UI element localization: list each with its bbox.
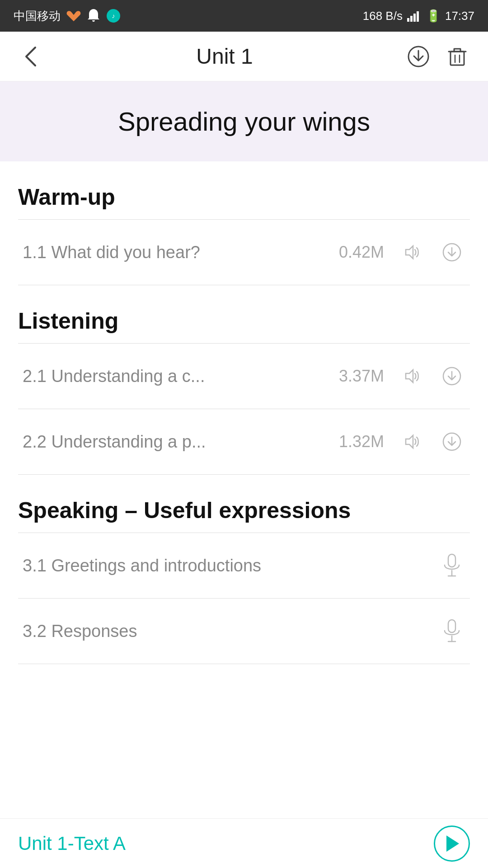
status-bar: 中国移动 ♪ 168 B/s 🔋 17:37 bbox=[0, 0, 488, 32]
status-right: 168 B/s 🔋 17:37 bbox=[363, 9, 474, 23]
svg-rect-5 bbox=[417, 11, 419, 22]
item-3-1-title: 3.1 Greetings and introductions bbox=[23, 556, 261, 576]
audio-icon[interactable] bbox=[398, 363, 425, 390]
item-1-1-title: 1.1 What did you hear? bbox=[23, 243, 200, 262]
page-title: Unit 1 bbox=[196, 44, 253, 69]
section-speaking-header: Speaking – Useful expressions bbox=[18, 475, 470, 533]
header: Unit 1 bbox=[0, 32, 488, 81]
health-icon bbox=[66, 9, 81, 22]
unit-banner-title: Spreading your wings bbox=[118, 107, 370, 136]
carrier-text: 中国移动 bbox=[14, 8, 61, 24]
list-item[interactable]: 3.1 Greetings and introductions bbox=[18, 533, 470, 599]
list-item[interactable]: 3.2 Responses bbox=[18, 599, 470, 664]
download-icon[interactable] bbox=[438, 363, 465, 390]
time-display: 17:37 bbox=[445, 9, 474, 23]
list-item[interactable]: 2.2 Understanding a p... 1.32M bbox=[18, 409, 470, 475]
bell-icon bbox=[87, 8, 100, 24]
list-item[interactable]: 1.1 What did you hear? 0.42M bbox=[18, 220, 470, 285]
player-title[interactable]: Unit 1-Text A bbox=[18, 833, 126, 854]
svg-rect-2 bbox=[407, 18, 409, 22]
item-2-1-right: 3.37M bbox=[339, 363, 465, 390]
status-left: 中国移动 ♪ bbox=[14, 8, 121, 24]
back-button[interactable] bbox=[18, 44, 43, 69]
svg-rect-7 bbox=[450, 52, 464, 65]
item-2-2-left: 2.2 Understanding a p... bbox=[23, 432, 206, 452]
item-2-1-left: 2.1 Understanding a c... bbox=[23, 367, 205, 386]
svg-text:♪: ♪ bbox=[112, 12, 115, 19]
item-3-2-title: 3.2 Responses bbox=[23, 622, 137, 641]
svg-rect-4 bbox=[413, 14, 416, 22]
content-area: Warm-up 1.1 What did you hear? 0.42M bbox=[0, 161, 488, 664]
item-2-2-right: 1.32M bbox=[339, 428, 465, 455]
signal-icon bbox=[407, 10, 422, 22]
network-speed: 168 B/s bbox=[363, 9, 403, 23]
battery-icon: 🔋 bbox=[426, 9, 441, 23]
section-listening-header: Listening bbox=[18, 285, 470, 343]
item-2-1-size: 3.37M bbox=[339, 367, 384, 386]
item-3-1-left: 3.1 Greetings and introductions bbox=[23, 556, 261, 576]
svg-rect-13 bbox=[448, 554, 455, 567]
headphone-icon: ♪ bbox=[106, 8, 121, 24]
item-3-2-right bbox=[438, 618, 465, 645]
section-warmup-header: Warm-up bbox=[18, 161, 470, 219]
item-2-1-title: 2.1 Understanding a c... bbox=[23, 367, 205, 386]
download-icon[interactable] bbox=[438, 428, 465, 455]
audio-icon[interactable] bbox=[398, 428, 425, 455]
svg-rect-16 bbox=[448, 620, 455, 632]
item-2-2-title: 2.2 Understanding a p... bbox=[23, 432, 206, 452]
download-button[interactable] bbox=[406, 44, 431, 69]
header-actions bbox=[406, 44, 470, 69]
delete-button[interactable] bbox=[445, 44, 470, 69]
item-3-2-left: 3.2 Responses bbox=[23, 622, 137, 641]
mic-icon[interactable] bbox=[438, 618, 465, 645]
unit-banner: Spreading your wings bbox=[0, 81, 488, 161]
item-3-1-right bbox=[438, 552, 465, 579]
bottom-player: Unit 1-Text A bbox=[0, 818, 488, 868]
download-icon[interactable] bbox=[438, 239, 465, 266]
svg-marker-19 bbox=[446, 835, 459, 852]
item-1-1-right: 0.42M bbox=[339, 239, 465, 266]
item-1-1-size: 0.42M bbox=[339, 243, 384, 262]
item-1-1-left: 1.1 What did you hear? bbox=[23, 243, 200, 262]
list-item[interactable]: 2.1 Understanding a c... 3.37M bbox=[18, 344, 470, 409]
audio-icon[interactable] bbox=[398, 239, 425, 266]
play-button[interactable] bbox=[434, 826, 470, 862]
mic-icon[interactable] bbox=[438, 552, 465, 579]
svg-rect-3 bbox=[410, 16, 413, 22]
item-2-2-size: 1.32M bbox=[339, 432, 384, 451]
